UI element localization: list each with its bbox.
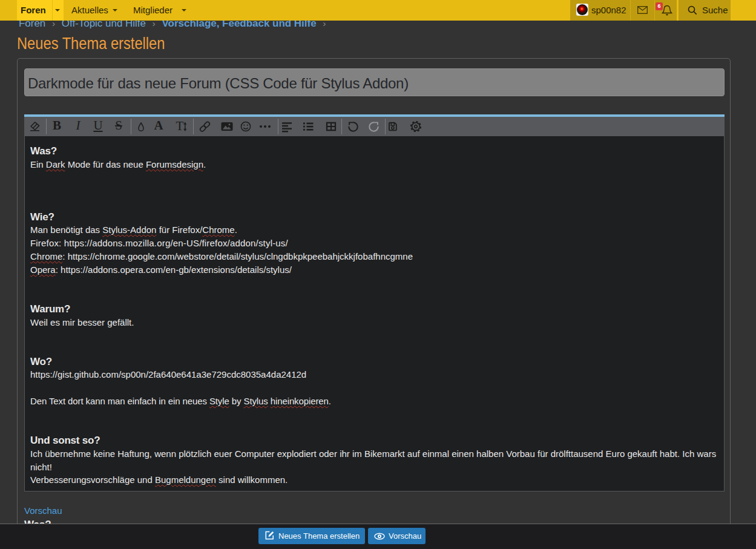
svg-text:T: T xyxy=(176,119,184,133)
